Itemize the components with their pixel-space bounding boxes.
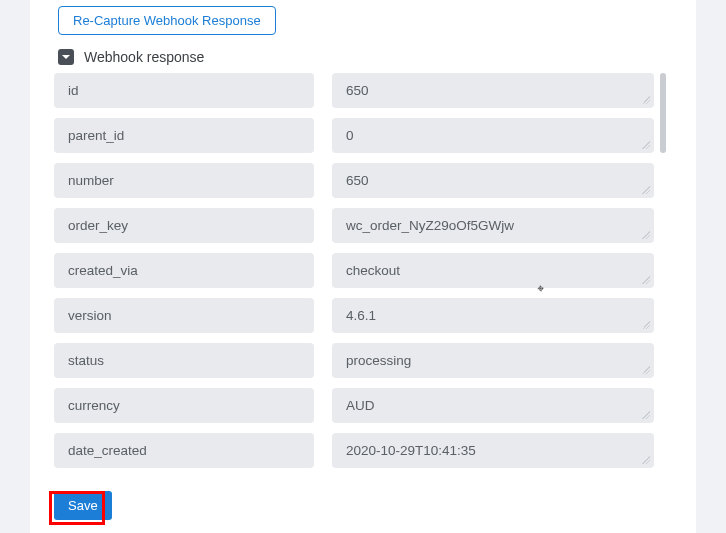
field-value[interactable]: checkout [332, 253, 654, 288]
field-row: date_created2020-10-29T10:41:35 [54, 433, 654, 468]
scrollbar-thumb[interactable] [660, 73, 666, 153]
field-key[interactable]: id [54, 73, 314, 108]
save-button[interactable]: Save [54, 491, 112, 520]
webhook-fields-list: id650parent_id0number650order_keywc_orde… [54, 73, 672, 493]
field-row: statusprocessing [54, 343, 654, 378]
field-value[interactable]: 2020-10-29T10:41:35 [332, 433, 654, 468]
section-header: Webhook response [54, 47, 672, 67]
field-key[interactable]: number [54, 163, 314, 198]
field-value[interactable]: 0 [332, 118, 654, 153]
field-key[interactable]: created_via [54, 253, 314, 288]
section-expand-toggle[interactable] [58, 49, 74, 65]
field-key[interactable]: version [54, 298, 314, 333]
field-key[interactable]: parent_id [54, 118, 314, 153]
field-row: parent_id0 [54, 118, 654, 153]
field-value[interactable]: 650 [332, 163, 654, 198]
field-key[interactable]: currency [54, 388, 314, 423]
fields-scroll-wrap: id650parent_id0number650order_keywc_orde… [54, 73, 672, 493]
section-title: Webhook response [84, 49, 204, 65]
webhook-response-panel: Re-Capture Webhook Response Webhook resp… [30, 0, 696, 533]
field-row: created_viacheckout [54, 253, 654, 288]
field-value[interactable]: 650 [332, 73, 654, 108]
recapture-webhook-button[interactable]: Re-Capture Webhook Response [58, 6, 276, 35]
fields-scrollbar[interactable] [660, 73, 666, 493]
field-row: number650 [54, 163, 654, 198]
field-row: order_keywc_order_NyZ29oOf5GWjw [54, 208, 654, 243]
field-row: version4.6.1 [54, 298, 654, 333]
field-key[interactable]: status [54, 343, 314, 378]
field-key[interactable]: order_key [54, 208, 314, 243]
field-value[interactable]: 4.6.1 [332, 298, 654, 333]
field-key[interactable]: date_created [54, 433, 314, 468]
field-value[interactable]: AUD [332, 388, 654, 423]
field-value[interactable]: wc_order_NyZ29oOf5GWjw [332, 208, 654, 243]
field-row: id650 [54, 73, 654, 108]
chevron-down-icon [61, 48, 71, 66]
field-value[interactable]: processing [332, 343, 654, 378]
field-row: currencyAUD [54, 388, 654, 423]
